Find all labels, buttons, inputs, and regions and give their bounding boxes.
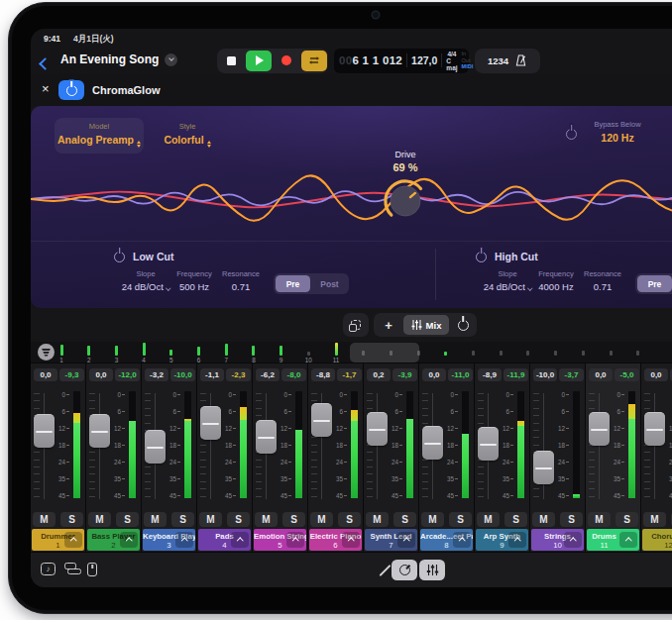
duplicate-button[interactable] xyxy=(343,313,369,337)
volume-value[interactable]: -12,0 xyxy=(115,368,140,381)
solo-button[interactable]: S xyxy=(60,512,83,527)
mute-button[interactable]: M xyxy=(33,512,56,527)
volume-value[interactable]: -1,7 xyxy=(337,368,362,381)
pan-value[interactable]: -1,1 xyxy=(200,368,224,381)
navigator-meter[interactable]: 10 xyxy=(300,343,316,363)
fader-handle[interactable] xyxy=(256,420,277,454)
expand-button[interactable] xyxy=(64,532,82,548)
navigator-meter[interactable] xyxy=(575,343,591,356)
navigator-meter[interactable]: 9 xyxy=(274,343,289,363)
low-cut-resonance[interactable]: Resonance 0.71 xyxy=(216,269,266,292)
fader-handle[interactable] xyxy=(478,427,499,461)
pan-value[interactable]: -10,0 xyxy=(533,368,557,381)
mute-button[interactable]: M xyxy=(643,512,666,527)
solo-button[interactable]: S xyxy=(171,512,194,527)
navigator-meter[interactable]: 11 xyxy=(328,343,344,363)
track-name-block[interactable]: Emotion Strings 5 xyxy=(254,529,306,551)
track-name-block[interactable]: Synth Lead 7 xyxy=(365,529,417,551)
fader-handle[interactable] xyxy=(589,412,610,446)
solo-button[interactable]: S xyxy=(560,512,583,527)
fader-handle[interactable] xyxy=(311,403,332,437)
expand-button[interactable] xyxy=(231,532,249,548)
pan-value[interactable]: -3,2 xyxy=(145,368,168,381)
track-name-block[interactable]: Bass Player 2 xyxy=(87,529,140,551)
metronome-button[interactable] xyxy=(514,54,527,66)
track-name-block[interactable]: Keyboard Player 3 xyxy=(143,529,195,551)
track-name-block[interactable]: Electric Piano 6 xyxy=(309,529,362,551)
track-name-block[interactable]: Drummer 1 xyxy=(32,529,84,551)
pan-value[interactable]: 0,0 xyxy=(34,368,57,381)
fader-handle[interactable] xyxy=(644,412,665,446)
track-name-block[interactable]: Arp Synth 9 xyxy=(476,529,528,551)
model-select[interactable]: Model Analog Preamp xyxy=(55,118,144,154)
pre-button[interactable]: Pre xyxy=(276,275,310,292)
volume-value[interactable]: -10,0 xyxy=(170,368,195,381)
mute-button[interactable]: M xyxy=(144,512,167,527)
mute-button[interactable]: M xyxy=(199,512,222,527)
solo-button[interactable]: S xyxy=(449,512,472,527)
smart-controls-button[interactable] xyxy=(392,560,417,580)
volume-value[interactable]: -8,0 xyxy=(281,368,306,381)
cycle-button[interactable] xyxy=(301,51,327,71)
pan-value[interactable]: 0,0 xyxy=(89,368,113,381)
add-button[interactable]: + xyxy=(374,313,403,337)
fader-handle[interactable] xyxy=(367,412,388,446)
mute-button[interactable]: M xyxy=(310,512,333,527)
navigator-meter[interactable] xyxy=(548,343,564,356)
pan-value[interactable]: -8,8 xyxy=(311,368,335,381)
volume-value[interactable]: -9,3 xyxy=(59,368,84,381)
lcd-display[interactable]: 006 1 1 012 127,0 4/4 C maj In Out MIDI xyxy=(334,49,469,73)
navigator-meter[interactable] xyxy=(493,343,508,356)
mute-button[interactable]: M xyxy=(255,512,278,527)
navigator-meter[interactable]: 8 xyxy=(246,343,262,363)
track-name-block[interactable]: Chorus V 12 xyxy=(642,529,672,551)
expand-button[interactable] xyxy=(286,532,304,548)
close-icon[interactable]: × xyxy=(42,82,50,96)
solo-button[interactable]: S xyxy=(504,512,527,527)
fader-handle[interactable] xyxy=(422,426,443,460)
mute-button[interactable]: M xyxy=(366,512,389,527)
pan-value[interactable]: 0,0 xyxy=(422,368,446,381)
navigator-meter[interactable]: 5 xyxy=(164,343,179,363)
mute-button[interactable]: M xyxy=(588,512,611,527)
navigator-meter[interactable] xyxy=(466,343,482,356)
solo-button[interactable]: S xyxy=(393,512,416,527)
style-select[interactable]: Style Colorful xyxy=(156,118,219,154)
track-name-block[interactable]: Drums 11 xyxy=(587,529,639,551)
fader-handle[interactable] xyxy=(34,414,55,448)
track-name-block[interactable]: Strings 10 xyxy=(531,529,584,551)
solo-button[interactable]: S xyxy=(227,512,250,527)
pan-value[interactable]: 0,0 xyxy=(589,368,613,381)
bypass-power-icon[interactable] xyxy=(566,129,577,140)
fader-handle[interactable] xyxy=(145,430,166,464)
navigator-meter[interactable]: 2 xyxy=(81,343,97,363)
pan-value[interactable]: 0,2 xyxy=(367,368,391,381)
browser-button[interactable]: ♪ xyxy=(41,563,56,575)
mute-button[interactable]: M xyxy=(532,512,555,527)
solo-button[interactable]: S xyxy=(282,512,305,527)
mixer-view-button[interactable] xyxy=(419,560,445,580)
expand-button[interactable] xyxy=(508,532,526,548)
mute-button[interactable]: M xyxy=(88,512,111,527)
navigator-meter[interactable]: 4 xyxy=(136,343,152,363)
navigator-meter[interactable] xyxy=(630,343,646,356)
count-in-button[interactable]: 1234 xyxy=(488,55,508,66)
high-cut-frequency[interactable]: Frequency 4000 Hz xyxy=(528,269,584,292)
level-control[interactable]: Level 0.0 xyxy=(657,120,672,144)
volume-value[interactable]: -3,7 xyxy=(559,368,584,381)
track-name-block[interactable]: Arcade...eet Pad 8 xyxy=(420,529,473,551)
solo-button[interactable]: S xyxy=(338,512,361,527)
expand-button[interactable] xyxy=(175,532,193,548)
mute-button[interactable]: M xyxy=(421,512,444,527)
navigator-view-range[interactable] xyxy=(350,343,419,362)
track-name-block[interactable]: Pads 4 xyxy=(198,529,251,551)
navigator-meter[interactable] xyxy=(438,343,454,356)
play-button[interactable] xyxy=(246,51,272,71)
navigator-meter[interactable]: 3 xyxy=(108,343,124,363)
fader-handle[interactable] xyxy=(89,414,110,448)
pan-value[interactable]: 0,0 xyxy=(644,368,668,381)
low-cut-frequency[interactable]: Frequency 500 Hz xyxy=(167,269,222,292)
mixer-power-button[interactable] xyxy=(449,313,477,337)
navigator-meter[interactable]: 7 xyxy=(218,343,234,363)
stop-button[interactable] xyxy=(218,51,244,71)
